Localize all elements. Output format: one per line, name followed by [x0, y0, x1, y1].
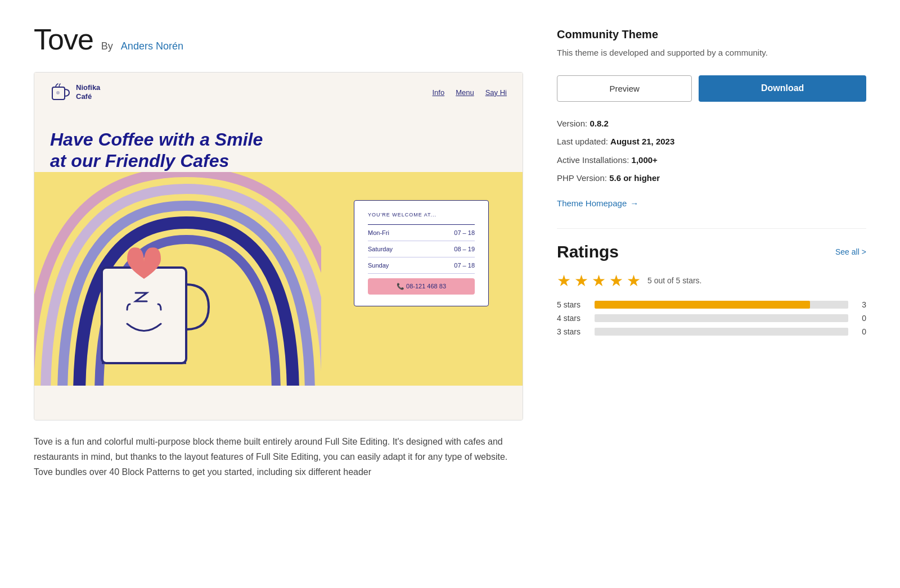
day-sunday: Sunday [368, 262, 389, 269]
star-3: ★ [592, 272, 606, 290]
installs-value: 1,000+ [632, 155, 658, 165]
theme-title-area: Tove By Anders Norén [34, 22, 523, 56]
rating-bar-4stars: 4 stars 0 [557, 314, 866, 323]
installs-label: Active Installations: [557, 155, 629, 165]
bar-track-5 [595, 301, 848, 309]
star-5: ★ [627, 272, 641, 290]
action-buttons: Preview Download [557, 75, 866, 102]
theme-homepage-link[interactable]: Theme Homepage → [557, 198, 638, 208]
svg-point-1 [56, 91, 60, 94]
bar-track-3 [595, 328, 848, 336]
preview-yellow-section: YOU'RE WELCOME AT... Mon-Fri 07 – 18 Sat… [34, 172, 523, 386]
stars-label: 5 out of 5 stars. [647, 276, 702, 285]
community-desc: This theme is developed and supported by… [557, 47, 866, 60]
bar-count-4: 0 [855, 314, 866, 323]
star-1: ★ [557, 272, 571, 290]
bar-count-5: 3 [855, 300, 866, 309]
by-text: By [101, 40, 113, 52]
rating-bar-5stars: 5 stars 3 [557, 300, 866, 309]
hero-text: Have Coffee with a Smile at our Friendly… [50, 129, 507, 172]
meta-table: Version: 0.8.2 Last updated: August 21, … [557, 117, 866, 185]
preview-logo: Niofika Café [50, 82, 100, 103]
nav-link-sayhi[interactable]: Say Hi [485, 88, 507, 97]
stars-row: ★ ★ ★ ★ ★ 5 out of 5 stars. [557, 272, 866, 290]
hours-monfri: 07 – 18 [454, 229, 475, 236]
preview-inner: Niofika Café Info Menu Say Hi Have Coffe… [34, 73, 523, 420]
bar-label-5: 5 stars [557, 300, 588, 309]
rating-bars: 5 stars 3 4 stars 0 3 stars [557, 300, 866, 336]
updated-value: August 21, 2023 [610, 137, 674, 146]
nav-link-info[interactable]: Info [432, 88, 444, 97]
schedule-row-sunday: Sunday 07 – 18 [368, 262, 475, 274]
hours-saturday: 08 – 19 [454, 246, 475, 252]
download-button[interactable]: Download [699, 75, 866, 102]
logo-icon [50, 82, 71, 103]
hours-sunday: 07 – 18 [454, 262, 475, 269]
coffee-mug-illustration [79, 206, 214, 380]
schedule-row-saturday: Saturday 08 – 19 [368, 246, 475, 257]
preview-logo-text: Niofika Café [76, 83, 100, 101]
preview-button[interactable]: Preview [557, 75, 692, 102]
schedule-row-monfri: Mon-Fri 07 – 18 [368, 229, 475, 241]
php-value: 5.6 or higher [609, 173, 660, 183]
theme-description: Tove is a fun and colorful multi-purpose… [34, 434, 523, 480]
homepage-arrow-icon: → [630, 198, 638, 208]
rating-bar-3stars: 3 stars 0 [557, 327, 866, 336]
schedule-title: YOU'RE WELCOME AT... [368, 212, 475, 218]
version-value: 0.8.2 [590, 119, 608, 128]
schedule-card: YOU'RE WELCOME AT... Mon-Fri 07 – 18 Sat… [354, 200, 489, 306]
php-row: PHP Version: 5.6 or higher [557, 172, 866, 185]
day-monfri: Mon-Fri [368, 229, 389, 236]
phone-button[interactable]: 📞 08-121 468 83 [368, 278, 475, 295]
left-column: Tove By Anders Norén [34, 22, 523, 480]
installs-row: Active Installations: 1,000+ [557, 154, 866, 167]
author-link[interactable]: Anders Norén [121, 40, 183, 52]
bar-label-4: 4 stars [557, 314, 588, 323]
preview-hero: Have Coffee with a Smile at our Friendly… [34, 112, 523, 172]
star-4: ★ [609, 272, 623, 290]
updated-label: Last updated: [557, 137, 608, 146]
preview-nav: Niofika Café Info Menu Say Hi [34, 73, 523, 112]
see-all-text: See all [835, 247, 860, 256]
star-2: ★ [574, 272, 588, 290]
page-layout: Tove By Anders Norén [34, 22, 866, 480]
bar-count-3: 0 [855, 327, 866, 336]
nav-link-menu[interactable]: Menu [456, 88, 474, 97]
ratings-title: Ratings [557, 242, 619, 261]
day-saturday: Saturday [368, 246, 393, 252]
bar-track-4 [595, 314, 848, 322]
php-label: PHP Version: [557, 173, 607, 183]
theme-preview: Niofika Café Info Menu Say Hi Have Coffe… [34, 72, 523, 420]
see-all-arrow-icon: > [862, 247, 866, 256]
ratings-section: Ratings See all > ★ ★ ★ ★ ★ 5 out of 5 s… [557, 228, 866, 336]
preview-nav-links: Info Menu Say Hi [432, 88, 507, 97]
see-all-link[interactable]: See all > [835, 247, 866, 256]
community-label: Community Theme [557, 28, 866, 41]
bar-fill-5 [595, 301, 810, 309]
theme-name: Tove [34, 22, 93, 56]
version-row: Version: 0.8.2 [557, 117, 866, 130]
updated-row: Last updated: August 21, 2023 [557, 135, 866, 148]
homepage-link-text: Theme Homepage [557, 198, 627, 208]
svg-rect-2 [102, 268, 186, 363]
right-column: Community Theme This theme is developed … [557, 22, 866, 480]
bar-label-3: 3 stars [557, 327, 588, 336]
version-label: Version: [557, 119, 587, 128]
ratings-header: Ratings See all > [557, 242, 866, 261]
